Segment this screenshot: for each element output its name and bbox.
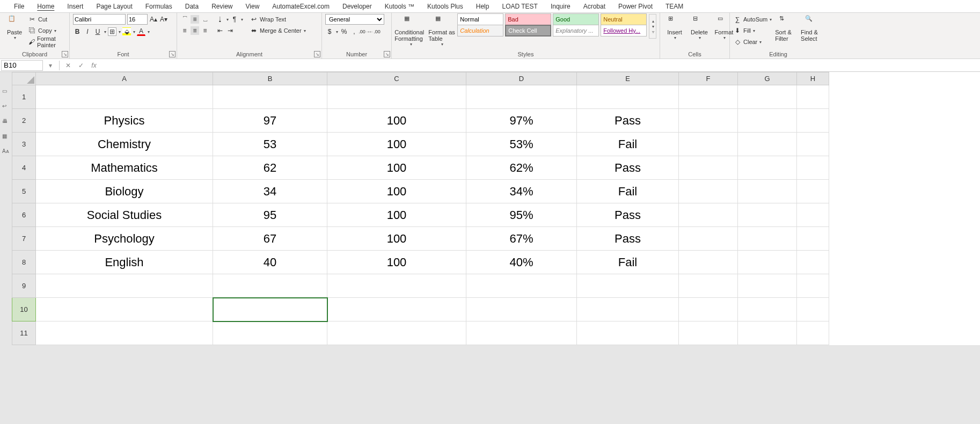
tab-automateexcel-com[interactable]: AutomateExcel.com — [266, 1, 336, 12]
cell[interactable] — [679, 251, 738, 274]
cell[interactable] — [738, 321, 797, 345]
row-header[interactable]: 10 — [12, 298, 36, 321]
style-gallery-expand[interactable]: ▿ — [652, 30, 654, 34]
wrap-ltr-icon[interactable]: ¶ — [230, 15, 239, 24]
cell[interactable] — [679, 321, 738, 345]
increase-indent-icon[interactable]: ⇥ — [226, 26, 235, 35]
align-middle-icon[interactable]: ≡ — [191, 15, 199, 24]
percent-icon[interactable]: % — [340, 27, 348, 36]
shortcut-icon[interactable]: Aᴀ — [2, 148, 10, 156]
tab-kutools-[interactable]: Kutools ™ — [378, 1, 421, 12]
number-launcher[interactable]: ↘ — [384, 51, 390, 57]
cell[interactable] — [797, 251, 829, 274]
font-color-button[interactable]: A — [137, 27, 145, 36]
cell[interactable]: 100 — [327, 180, 466, 203]
col-header[interactable]: B — [213, 72, 327, 85]
shortcut-icon[interactable]: ▦ — [2, 133, 10, 141]
tab-page-layout[interactable]: Page Layout — [90, 1, 138, 12]
col-header[interactable]: D — [466, 72, 577, 85]
align-bottom-icon[interactable]: ⎵ — [201, 15, 209, 24]
cell[interactable]: 95% — [466, 203, 577, 227]
decrease-font-icon[interactable]: A▾ — [159, 15, 168, 24]
tab-power-pivot[interactable]: Power Pivot — [612, 1, 659, 12]
style-normal[interactable]: Normal — [457, 13, 503, 25]
cell[interactable]: Chemistry — [36, 133, 213, 156]
style-calculation[interactable]: Calculation — [457, 25, 503, 36]
select-all-corner[interactable] — [12, 72, 36, 85]
cell[interactable] — [679, 109, 738, 133]
cell[interactable] — [738, 133, 797, 156]
cell[interactable] — [738, 156, 797, 180]
cell[interactable] — [738, 251, 797, 274]
shortcut-icon[interactable]: 🖶 — [2, 118, 10, 126]
cell[interactable]: Pass — [577, 156, 679, 180]
row-header[interactable]: 1 — [12, 85, 36, 109]
cell[interactable]: Pass — [577, 109, 679, 133]
tab-kutools-plus[interactable]: Kutools Plus — [421, 1, 470, 12]
cell[interactable]: Subject — [36, 85, 213, 109]
cell[interactable]: 53% — [466, 133, 577, 156]
autosum-button[interactable]: ∑AutoSum▾ — [733, 14, 772, 25]
cell[interactable]: 40% — [466, 251, 577, 274]
cell[interactable]: Pass — [577, 227, 679, 251]
enter-formula-button[interactable]: ✓ — [75, 62, 87, 69]
cell[interactable] — [738, 85, 797, 109]
cell[interactable] — [679, 274, 738, 298]
cell[interactable]: Mathematics — [36, 156, 213, 180]
orientation-icon[interactable]: ⭭ — [216, 15, 224, 24]
cell[interactable]: 53 — [213, 133, 327, 156]
row-header[interactable]: 9 — [12, 274, 36, 298]
align-top-icon[interactable]: ⎴ — [180, 15, 189, 24]
tab-load-test[interactable]: LOAD TEST — [495, 1, 544, 12]
tab-file[interactable]: File — [8, 1, 31, 12]
cell[interactable]: Total Obtained Marks — [36, 274, 213, 298]
cell[interactable]: 100 — [327, 203, 466, 227]
row-header[interactable]: 6 — [12, 203, 36, 227]
find-select-button[interactable]: 🔍Find & Select — [800, 14, 823, 43]
merge-center-button[interactable]: ⬌Merge & Center▾ — [250, 25, 306, 36]
tab-developer[interactable]: Developer — [336, 1, 378, 12]
paste-button[interactable]: 📋 Paste ▾ — [3, 14, 26, 41]
cell[interactable] — [679, 180, 738, 203]
col-header[interactable]: A — [36, 72, 213, 85]
cell[interactable]: Percnetage — [466, 85, 577, 109]
row-header[interactable]: 5 — [12, 180, 36, 203]
clear-button[interactable]: ◇Clear▾ — [733, 36, 772, 47]
alignment-launcher[interactable]: ↘ — [314, 51, 320, 57]
col-header[interactable]: E — [577, 72, 679, 85]
name-box[interactable] — [1, 60, 43, 71]
cell[interactable]: 34 — [213, 180, 327, 203]
spreadsheet-grid[interactable]: A B C D E F G H 1 Subject Marks obtained… — [12, 72, 829, 345]
cell[interactable] — [797, 180, 829, 203]
format-painter-button[interactable]: 🖌Format Painter — [28, 36, 66, 47]
insert-cells-button[interactable]: ⊞Insert▾ — [663, 14, 686, 41]
cell[interactable] — [797, 109, 829, 133]
cell[interactable]: Total Marks — [327, 85, 466, 109]
decrease-indent-icon[interactable]: ⇤ — [216, 26, 224, 35]
fill-button[interactable]: ⬇Fill▾ — [733, 25, 772, 36]
sort-filter-button[interactable]: ⇅Sort & Filter — [774, 14, 798, 43]
font-size-input[interactable] — [127, 14, 148, 25]
style-neutral[interactable]: Neutral — [601, 13, 647, 25]
cell[interactable]: 100 — [327, 227, 466, 251]
cell[interactable]: 97% — [466, 109, 577, 133]
cell[interactable] — [36, 298, 213, 321]
currency-icon[interactable]: $ — [325, 27, 334, 36]
format-as-table-button[interactable]: ▦Format as Table▾ — [428, 14, 455, 48]
cell[interactable]: Pass — [577, 203, 679, 227]
cell[interactable] — [466, 274, 577, 298]
cell[interactable] — [679, 227, 738, 251]
delete-cells-button[interactable]: ⊟Delete▾ — [688, 14, 711, 41]
cell[interactable]: Result — [577, 85, 679, 109]
tab-acrobat[interactable]: Acrobat — [577, 1, 612, 12]
style-good[interactable]: Good — [553, 13, 599, 25]
clipboard-launcher[interactable]: ↘ — [62, 51, 68, 57]
cell[interactable]: 67% — [466, 227, 577, 251]
cell[interactable]: English — [36, 251, 213, 274]
name-box-dropdown[interactable]: ▾ — [44, 62, 57, 69]
cell[interactable] — [213, 321, 327, 345]
cell[interactable]: 100 — [327, 251, 466, 274]
cell[interactable] — [466, 298, 577, 321]
cell[interactable] — [679, 85, 738, 109]
formula-input[interactable] — [100, 60, 980, 71]
